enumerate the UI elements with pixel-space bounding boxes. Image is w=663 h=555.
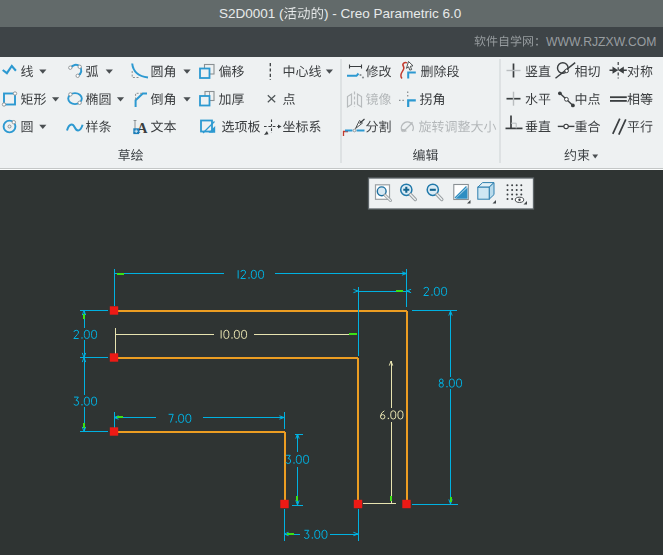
svg-text:S2D0001 (: S2D0001 ( <box>219 6 284 21</box>
svg-text:WWW.RJZXW.COM: WWW.RJZXW.COM <box>546 35 656 49</box>
svg-text:) - Creo Parametric 6.0: ) - Creo Parametric 6.0 <box>324 6 461 21</box>
